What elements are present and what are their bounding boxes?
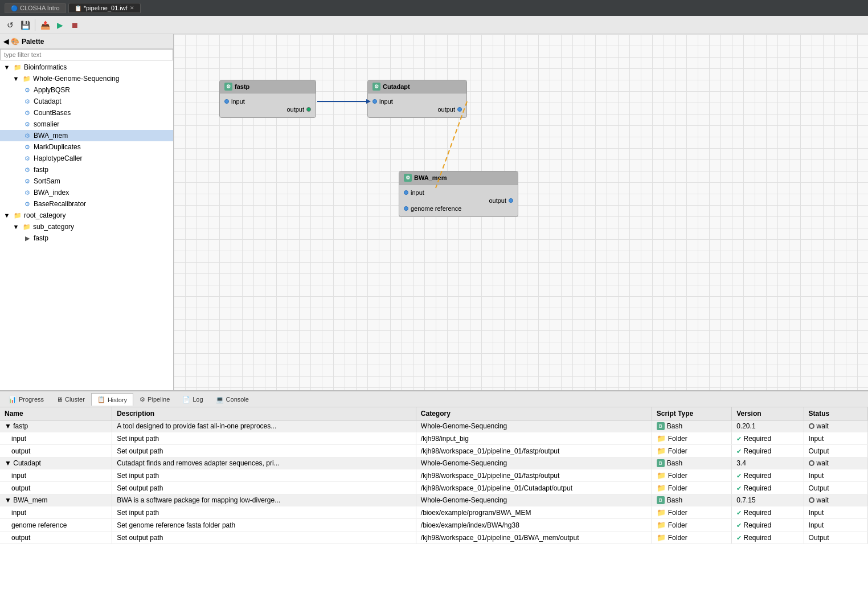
tool-icon: ⚙: [23, 131, 32, 140]
port-bwa-genome[interactable]: genome reference: [404, 205, 513, 212]
tree-item-wgs[interactable]: ▼ 📁 Whole-Genome-Sequencing: [0, 73, 173, 84]
tree-item-applybqsr[interactable]: ⚙ ApplyBQSR: [0, 84, 173, 96]
tree-item-countbases[interactable]: ⚙ CountBases: [0, 107, 173, 118]
col-header-cat: Category: [416, 407, 652, 420]
cell-desc: Set output path: [112, 532, 416, 544]
check-icon: ✔: [736, 448, 742, 455]
close-icon[interactable]: ✕: [130, 5, 134, 11]
tree-label: somalier: [34, 120, 59, 128]
cell-name: input: [0, 432, 112, 445]
node-title-cutadapt: Cutadapt: [383, 83, 410, 90]
table-row[interactable]: output Set output path /kjh98/workspace_…: [0, 532, 868, 544]
table-row[interactable]: output Set output path /kjh98/workspace_…: [0, 445, 868, 457]
tab-progress[interactable]: 📊 Progress: [2, 393, 50, 406]
col-header-desc: Description: [112, 407, 416, 420]
stop-button[interactable]: ⏹: [68, 18, 81, 32]
table-row[interactable]: output Set output path /kjh98/workspace_…: [0, 482, 868, 494]
expand-arrow[interactable]: ▼: [5, 459, 11, 467]
cell-status: Input: [804, 519, 867, 532]
script-label: Folder: [668, 509, 687, 517]
cell-script: B Bash: [652, 457, 731, 469]
port-cutadapt-input[interactable]: input: [372, 98, 462, 105]
tree-item-haplotypecaller[interactable]: ⚙ HaplotypeCaller: [0, 153, 173, 164]
port-fastp-output[interactable]: output: [224, 106, 311, 113]
tree-item-root-category[interactable]: ▼ 📁 root_category: [0, 210, 173, 221]
tab-pipeline[interactable]: ⚙ Pipeline: [133, 393, 176, 406]
app-title-label: CLOSHA Intro: [20, 5, 60, 11]
cell-desc: Set output path: [112, 482, 416, 494]
tree-item-bwa-mem[interactable]: ⚙ BWA_mem: [0, 130, 173, 141]
tree-item-cutadapt[interactable]: ⚙ Cutadapt: [0, 96, 173, 107]
cell-status: Output: [804, 532, 867, 544]
tool-icon: ⚙: [23, 120, 32, 129]
cell-desc: Set input path: [112, 506, 416, 519]
node-cutadapt[interactable]: ⚙ Cutadapt input output: [367, 80, 467, 118]
tab-closha[interactable]: 🔵 CLOSHA Intro: [5, 3, 66, 13]
table-row[interactable]: input Set input path /kjh98/input_big 📁 …: [0, 432, 868, 445]
tab-console[interactable]: 💻 Console: [210, 393, 255, 406]
tab-label: History: [108, 396, 127, 403]
tree-item-bioinformatics[interactable]: ▼ 📁 Bioinformatics: [0, 62, 173, 73]
save-button[interactable]: 💾: [18, 18, 32, 32]
refresh-button[interactable]: ↺: [3, 18, 17, 32]
tree-label: fastp: [34, 234, 48, 242]
table-row[interactable]: input Set input path /bioex/example/prog…: [0, 506, 868, 519]
expand-arrow[interactable]: ▼: [5, 422, 11, 430]
port-label: output: [286, 106, 304, 113]
node-title-bwa: BWA_mem: [414, 174, 447, 181]
table-row[interactable]: input Set input path /kjh98/workspace_01…: [0, 469, 868, 482]
cell-name: ▼ Cutadapt: [0, 457, 112, 469]
tree-item-somalier[interactable]: ⚙ somalier: [0, 118, 173, 130]
tool-icon: ⚙: [23, 188, 32, 197]
tree-item-markduplicates[interactable]: ⚙ MarkDuplicates: [0, 141, 173, 153]
tab-log[interactable]: 📄 Log: [176, 393, 209, 406]
tree-item-sub-category[interactable]: ▼ 📁 sub_category: [0, 221, 173, 232]
back-arrow-icon[interactable]: ◀: [3, 38, 9, 46]
cell-status: wait: [804, 494, 867, 506]
tree-item-fastp2[interactable]: ▶ fastp: [0, 232, 173, 244]
folder-icon: 📁: [657, 434, 666, 443]
port-dot-output: [509, 198, 513, 203]
expand-arrow[interactable]: ▼: [5, 496, 11, 504]
tree-item-baserecalibrator[interactable]: ⚙ BaseRecalibrator: [0, 198, 173, 210]
port-bwa-output[interactable]: output: [404, 197, 513, 204]
port-bwa-input[interactable]: input: [404, 189, 513, 196]
cell-script: 📁 Folder: [652, 469, 731, 482]
bash-icon: B: [657, 459, 665, 467]
check-icon: ✔: [736, 522, 742, 529]
table-header-row: Name Description Category Script Type Ve…: [0, 407, 868, 420]
bash-icon: B: [657, 422, 665, 430]
table-row[interactable]: genome reference Set genome reference fa…: [0, 519, 868, 532]
tree-item-fastp[interactable]: ⚙ fastp: [0, 164, 173, 175]
port-label: input: [411, 189, 424, 196]
col-header-script: Script Type: [652, 407, 731, 420]
table-row[interactable]: ▼ fastp A tool designed to provide fast …: [0, 420, 868, 432]
node-bwa-mem[interactable]: ⚙ BWA_mem input output genome reference: [399, 171, 518, 217]
cell-script: 📁 Folder: [652, 482, 731, 494]
folder-icon: 📁: [657, 484, 666, 492]
table-row[interactable]: ▼ Cutadapt Cutadapt finds and removes ad…: [0, 457, 868, 469]
port-cutadapt-output[interactable]: output: [372, 106, 462, 113]
script-label: Folder: [668, 484, 687, 492]
tool-icon: ⚙: [23, 199, 32, 208]
export-button[interactable]: 📤: [38, 18, 52, 32]
tab-cluster[interactable]: 🖥 Cluster: [50, 393, 91, 405]
tree-item-sortsam[interactable]: ⚙ SortSam: [0, 175, 173, 187]
tree-item-bwa-index[interactable]: ⚙ BWA_index: [0, 187, 173, 198]
cell-status: Input: [804, 432, 867, 445]
tab-label: Console: [226, 396, 249, 403]
filter-input[interactable]: [0, 49, 173, 60]
run-button[interactable]: ▶: [53, 18, 67, 32]
tree-label: HaplotypeCaller: [34, 154, 82, 162]
cell-status: Output: [804, 445, 867, 457]
table-row[interactable]: ▼ BWA_mem BWA is a software package for …: [0, 494, 868, 506]
cell-cat: /kjh98/workspace_01/pipeline_01/Cutadapt…: [416, 482, 652, 494]
tab-history[interactable]: 📋 History: [91, 393, 133, 406]
port-label: input: [379, 98, 393, 105]
node-fastp[interactable]: ⚙ fastp input output: [219, 80, 316, 118]
port-fastp-input[interactable]: input: [224, 98, 311, 105]
cell-status: Input: [804, 469, 867, 482]
tab-pipeline[interactable]: 📋 *pipeline_01.iwf ✕: [68, 3, 141, 13]
canvas-area[interactable]: ⚙ fastp input output ⚙: [174, 34, 868, 390]
node-icon-cutadapt: ⚙: [372, 83, 380, 91]
